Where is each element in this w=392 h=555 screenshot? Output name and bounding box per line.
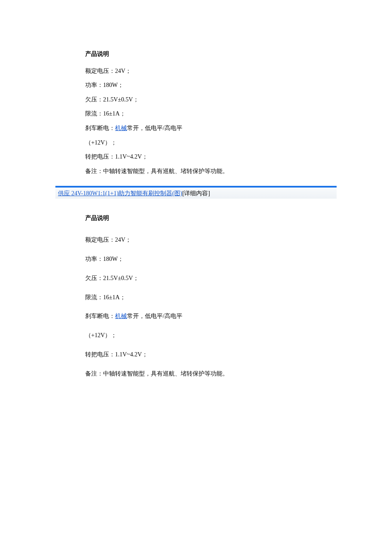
section-heading: 产品说明 (85, 209, 392, 228)
spec-line: 转把电压：1.1V~4.2V； (85, 345, 392, 364)
spec-line: 转把电压：1.1V~4.2V； (85, 150, 392, 164)
spec-line: 限流：16±1A； (85, 288, 392, 307)
blue-divider (55, 186, 337, 188)
spec-line: 欠压：21.5V±0.5V； (85, 92, 392, 107)
spec-line: 刹车断电：机械常开，低电平/高电平 (85, 307, 392, 326)
spec-line: 额定电压：24V； (85, 231, 392, 250)
spec-line: （+12V）； (85, 326, 392, 345)
spec-line: 欠压：21.5V±0.5V； (85, 269, 392, 288)
spec-text: 刹车断电： (85, 125, 115, 131)
spec-line: 功率：180W； (85, 78, 392, 92)
spec-line: 功率：180W； (85, 250, 392, 269)
spec-line: 备注：中轴转速智能型，具有巡航、堵转保护等功能。 (85, 164, 392, 179)
spec-line: 限流：16±1A； (85, 107, 392, 121)
product-spec-section-2: 产品说明 额定电压：24V； 功率：180W； 欠压：21.5V±0.5V； 限… (0, 199, 392, 383)
product-spec-section-1: 产品说明 额定电压：24V； 功率：180W； 欠压：21.5V±0.5V； 限… (0, 0, 392, 178)
product-listing-block: 供应 24V-180W1:1(1+1)助力智能有刷控制器(图)[详细内容] 产品… (0, 186, 392, 383)
spec-line: 备注：中轴转速智能型，具有巡航、堵转保护等功能。 (85, 364, 392, 384)
section-heading: 产品说明 (85, 47, 392, 61)
spec-line: （+12V）； (85, 136, 392, 150)
mechanical-link[interactable]: 机械 (115, 313, 127, 319)
spec-line: 刹车断电：机械常开，低电平/高电平 (85, 121, 392, 136)
detail-suffix: [详细内容] (182, 190, 210, 197)
product-title-link[interactable]: 供应 24V-180W1:1(1+1)助力智能有刷控制器(图) (58, 190, 182, 197)
spec-text: 常开，低电平/高电平 (127, 313, 182, 319)
spec-line: 额定电压：24V； (85, 64, 392, 78)
mechanical-link[interactable]: 机械 (115, 125, 127, 131)
spec-text: 刹车断电： (85, 313, 115, 319)
product-title-bar: 供应 24V-180W1:1(1+1)助力智能有刷控制器(图)[详细内容] (55, 188, 337, 199)
spec-text: 常开，低电平/高电平 (127, 125, 182, 131)
